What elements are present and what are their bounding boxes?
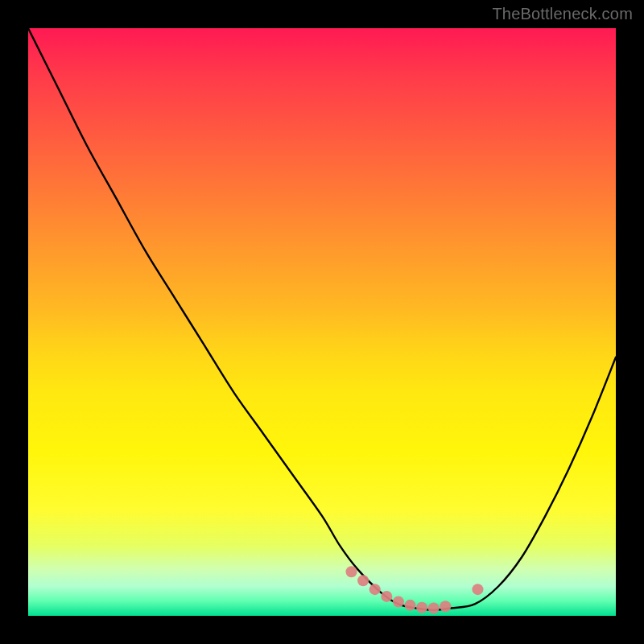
marker-dot (357, 575, 369, 586)
plot-area (28, 28, 616, 616)
marker-dot (405, 600, 416, 611)
chart-frame: TheBottleneck.com (0, 0, 644, 644)
marker-dot (440, 601, 451, 612)
marker-dot (381, 591, 392, 602)
marker-dot (428, 603, 440, 614)
bottleneck-curve (28, 28, 616, 610)
watermark-text: TheBottleneck.com (492, 5, 633, 23)
marker-dot (393, 596, 404, 607)
marker-dot (369, 584, 381, 595)
marker-dot (472, 584, 483, 595)
curve-layer (28, 28, 616, 616)
marker-dot (346, 566, 357, 577)
marker-dot (416, 602, 427, 613)
